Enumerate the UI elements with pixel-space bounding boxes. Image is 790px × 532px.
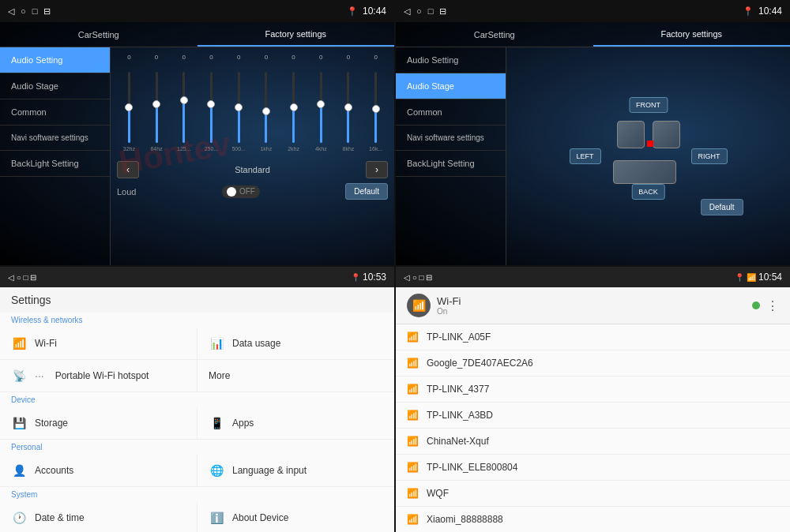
sidebar-item-audio-stage-tr[interactable]: Audio Stage <box>396 73 506 99</box>
front-button[interactable]: FRONT <box>629 97 668 113</box>
accounts-label: Accounts <box>35 465 73 476</box>
eq-freq-64: 64hz <box>145 146 169 152</box>
eq-slider-9[interactable] <box>363 72 388 143</box>
screen-icon-bl[interactable]: ⊟ <box>30 273 36 282</box>
settings-item-hotspot[interactable]: 📡 ··· Portable Wi-Fi hotspot <box>0 360 198 392</box>
wifi-title-bar: 📶 Wi-Fi On ⋮ <box>396 287 790 324</box>
settings-item-wifi[interactable]: 📶 Wi-Fi <box>0 328 198 359</box>
back-icon-br[interactable]: ◁ <box>404 273 410 282</box>
eq-slider-5[interactable] <box>254 72 279 143</box>
eq-slider-2[interactable] <box>171 72 196 143</box>
tab-carsetting-tl[interactable]: CarSetting <box>0 22 198 47</box>
recent-icon-bl[interactable]: □ <box>24 273 28 282</box>
screen-icon-tr[interactable]: ⊟ <box>439 6 446 17</box>
settings-item-date[interactable]: 🕐 Date & time <box>0 502 198 532</box>
eq-slider-8[interactable] <box>337 72 361 143</box>
home-icon-br[interactable]: ○ <box>412 273 417 282</box>
network-name-3: TP-LINK_A3BD <box>427 410 493 421</box>
settings-item-accounts[interactable]: 👤 Accounts <box>0 455 198 486</box>
eq-freq-125: 125... <box>171 146 196 152</box>
settings-item-more[interactable]: More <box>198 360 394 392</box>
content-area-tr: Audio Setting Audio Stage Common Navi so… <box>396 47 790 265</box>
loud-toggle[interactable]: OFF <box>222 185 260 198</box>
stage-default-button[interactable]: Default <box>701 199 743 215</box>
section-personal: Personal <box>0 440 394 455</box>
eq-slider-1[interactable] <box>145 72 169 143</box>
eq-next-button[interactable]: › <box>366 161 388 178</box>
sidebar-item-navi-tr[interactable]: Navi software settings <box>396 126 506 151</box>
eq-freq-8k: 8khz <box>337 146 361 152</box>
tab-carsetting-tr[interactable]: CarSetting <box>396 22 593 47</box>
sidebar-item-audio-stage-tl[interactable]: Audio Stage <box>0 73 110 99</box>
tab-factory-tr[interactable]: Factory settings <box>593 22 791 47</box>
wifi-icon-settings: 📶 <box>11 335 27 351</box>
hotspot-dots: ··· <box>35 369 44 382</box>
back-button[interactable]: BACK <box>631 184 665 200</box>
eq-controls: ‹ Standard › <box>117 161 388 178</box>
section-wireless: Wireless & networks <box>0 313 394 328</box>
screen-icon-br[interactable]: ⊟ <box>426 273 432 282</box>
home-icon-tr[interactable]: ○ <box>416 6 422 16</box>
right-icons-bl: 📍 10:53 <box>351 272 386 283</box>
recent-icon-br[interactable]: □ <box>419 273 424 282</box>
eq-freq-4k: 4khz <box>309 146 333 152</box>
eq-slider-7[interactable] <box>309 72 333 143</box>
eq-slider-4[interactable] <box>227 72 251 143</box>
wifi-network-list: 📶 TP-LINK_A05F 📶 Google_7DE407AEC2A6 📶 T… <box>396 324 790 532</box>
settings-item-about[interactable]: ℹ️ About Device <box>198 502 394 532</box>
sidebar-item-audio-setting-tr[interactable]: Audio Setting <box>396 47 506 73</box>
settings-row-wifi-data: 📶 Wi-Fi 📊 Data usage <box>0 328 394 360</box>
signal-icon-1: 📶 <box>407 358 419 369</box>
back-icon-tr[interactable]: ◁ <box>404 6 410 17</box>
screen-icon[interactable]: ⊟ <box>43 6 51 17</box>
sidebar-item-backlight-tr[interactable]: BackLight Setting <box>396 151 506 177</box>
settings-row-date-about: 🕐 Date & time ℹ️ About Device <box>0 502 394 532</box>
wifi-menu-button[interactable]: ⋮ <box>766 298 779 313</box>
about-label: About Device <box>232 512 288 523</box>
sidebar-item-common-tr[interactable]: Common <box>396 99 506 126</box>
wifi-network-chinanet[interactable]: 📶 ChinaNet-Xquf <box>396 429 790 455</box>
wifi-network-tp-link-ele[interactable]: 📶 TP-LINK_ELE800804 <box>396 455 790 481</box>
storage-label: Storage <box>35 418 68 429</box>
wifi-title-label: Wi-Fi <box>437 295 461 307</box>
wifi-network-tp-link-4377[interactable]: 📶 TP-LINK_4377 <box>396 377 790 403</box>
recent-icon[interactable]: □ <box>32 6 38 16</box>
left-button[interactable]: LEFT <box>570 148 601 164</box>
front-right-seat <box>653 121 680 148</box>
eq-prev-button[interactable]: ‹ <box>117 161 139 178</box>
eq-sliders <box>117 64 388 143</box>
apps-icon: 📱 <box>209 415 224 431</box>
settings-item-storage[interactable]: 💾 Storage <box>0 407 198 439</box>
panel-settings: ◁ ○ □ ⊟ 📍 10:53 Settings Wireless & netw… <box>0 267 394 532</box>
sidebar-item-common-tl[interactable]: Common <box>0 99 110 126</box>
settings-item-language[interactable]: 🌐 Language & input <box>198 455 394 486</box>
eq-val-8: 0 <box>337 54 361 61</box>
tab-factory-tl[interactable]: Factory settings <box>198 22 395 47</box>
wifi-network-google[interactable]: 📶 Google_7DE407AEC2A6 <box>396 350 790 377</box>
recent-icon-tr[interactable]: □ <box>428 6 434 16</box>
home-icon[interactable]: ○ <box>21 6 26 16</box>
hotspot-label: Portable Wi-Fi hotspot <box>55 370 149 381</box>
wifi-network-wqf[interactable]: 📶 WQF <box>396 481 790 507</box>
back-icon[interactable]: ◁ <box>8 6 14 17</box>
network-name-4: ChinaNet-Xquf <box>427 436 489 447</box>
data-usage-icon: 📊 <box>209 335 224 351</box>
wifi-network-tp-link-a05f[interactable]: 📶 TP-LINK_A05F <box>396 324 790 350</box>
eq-preset-label: Standard <box>144 165 361 174</box>
eq-slider-0[interactable] <box>117 72 141 143</box>
back-icon-bl[interactable]: ◁ <box>8 273 14 282</box>
right-button[interactable]: RIGHT <box>691 148 728 164</box>
sidebar-item-backlight-tl[interactable]: BackLight Setting <box>0 151 110 177</box>
eq-default-button[interactable]: Default <box>345 183 388 200</box>
wifi-network-xiaomi[interactable]: 📶 Xiaomi_88888888 <box>396 507 790 532</box>
wifi-signal-icon: 📶 <box>747 273 756 282</box>
eq-slider-6[interactable] <box>281 72 306 143</box>
wifi-network-tp-link-a3bd[interactable]: 📶 TP-LINK_A3BD <box>396 403 790 429</box>
signal-icon-5: 📶 <box>407 462 419 473</box>
home-icon-bl[interactable]: ○ <box>17 273 21 282</box>
sidebar-item-audio-setting-tl[interactable]: Audio Setting <box>0 47 110 73</box>
sidebar-item-navi-tl[interactable]: Navi software settings <box>0 126 110 151</box>
settings-item-data-usage[interactable]: 📊 Data usage <box>198 328 394 359</box>
settings-item-apps[interactable]: 📱 Apps <box>198 407 394 439</box>
eq-slider-3[interactable] <box>199 72 224 143</box>
